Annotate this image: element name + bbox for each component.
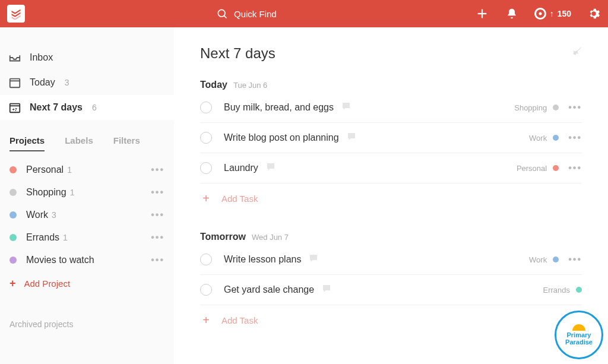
tab-filters[interactable]: Filters <box>113 135 140 151</box>
sidebar: Inbox Today 3 +7 Next 7 days 6 Projects … <box>0 27 174 364</box>
task-menu-icon[interactable]: ••• <box>568 254 582 265</box>
task-checkbox[interactable] <box>200 284 212 296</box>
nav-inbox-label: Inbox <box>30 52 53 63</box>
task-project-label: Shopping <box>514 103 547 112</box>
add-project-button[interactable]: + Add Project <box>0 271 174 296</box>
project-name: Personal <box>26 164 64 175</box>
project-menu-icon[interactable]: ••• <box>151 255 164 265</box>
karma-arrow: ↑ <box>550 9 554 18</box>
view-settings-icon[interactable] <box>571 47 582 60</box>
karma-points: 150 <box>558 9 571 18</box>
day-label: Tomorrow <box>200 232 246 242</box>
inbox-icon <box>8 51 21 64</box>
projects-list: Personal1•••Shopping1•••Work3•••Errands1… <box>0 159 174 271</box>
task-project-label: Errands <box>543 286 570 295</box>
karma-button[interactable]: ↑ 150 <box>534 8 571 20</box>
day-date: Wed Jun 7 <box>252 233 289 242</box>
tab-labels[interactable]: Labels <box>65 135 93 151</box>
comment-icon[interactable] <box>265 162 276 175</box>
task-row[interactable]: LaundryPersonal••• <box>200 153 582 183</box>
project-count: 1 <box>67 165 72 175</box>
project-menu-icon[interactable]: ••• <box>151 210 164 220</box>
project-count: 3 <box>52 210 56 220</box>
task-menu-icon[interactable]: ••• <box>568 102 582 113</box>
tab-projects[interactable]: Projects <box>10 135 45 151</box>
today-icon <box>8 76 21 89</box>
project-menu-icon[interactable]: ••• <box>151 164 164 175</box>
project-menu-icon[interactable]: ••• <box>151 187 164 198</box>
archived-projects-link[interactable]: Archived projects <box>0 296 174 329</box>
comment-icon[interactable] <box>346 131 357 144</box>
task-row[interactable]: Write blog post on planningWork••• <box>200 123 582 153</box>
karma-icon <box>534 8 546 20</box>
day-section: TodayTue Jun 6Buy milk, bread, and eggsS… <box>200 80 582 220</box>
nav-inbox[interactable]: Inbox <box>0 45 174 70</box>
task-row[interactable]: Buy milk, bread, and eggsShopping••• <box>200 93 582 123</box>
topbar: Quick Find ↑ 150 <box>0 0 608 27</box>
svg-text:+7: +7 <box>12 107 17 112</box>
svg-point-0 <box>218 10 225 17</box>
task-name: Buy milk, bread, and eggs <box>224 102 334 113</box>
project-menu-icon[interactable]: ••• <box>151 232 164 243</box>
nav-next7-label: Next 7 days <box>30 102 83 113</box>
task-checkbox[interactable] <box>200 132 212 144</box>
project-color-icon <box>10 257 17 264</box>
plus-icon: + <box>200 314 212 327</box>
task-checkbox[interactable] <box>200 254 212 265</box>
add-project-label: Add Project <box>24 278 71 289</box>
task-name: Laundry <box>224 163 258 173</box>
comment-icon[interactable] <box>341 101 352 114</box>
task-project-label: Work <box>529 134 547 143</box>
task-checkbox[interactable] <box>200 162 212 174</box>
project-item[interactable]: Work3••• <box>0 204 174 226</box>
top-actions: ↑ 150 <box>475 7 601 21</box>
add-task-button[interactable]: +Add Task <box>200 183 582 220</box>
day-date: Tue Jun 6 <box>233 81 267 90</box>
project-name: Errands <box>26 232 59 243</box>
project-color-icon <box>10 234 17 241</box>
comment-icon[interactable] <box>308 253 319 266</box>
comment-icon[interactable] <box>321 283 332 296</box>
project-item[interactable]: Movies to watch••• <box>0 249 174 271</box>
nav-today-count: 3 <box>65 78 69 87</box>
task-project-label: Personal <box>517 164 547 173</box>
project-item[interactable]: Personal1••• <box>0 159 174 181</box>
search-area[interactable]: Quick Find <box>216 8 475 20</box>
nav-next7[interactable]: +7 Next 7 days 6 <box>0 95 174 120</box>
project-color-icon <box>10 166 17 173</box>
search-placeholder: Quick Find <box>234 9 277 19</box>
settings-icon[interactable] <box>587 7 601 21</box>
task-row[interactable]: Write lesson plansWork••• <box>200 245 582 275</box>
project-name: Shopping <box>26 187 66 198</box>
add-task-button[interactable]: +Add Task <box>200 305 582 341</box>
app-logo[interactable] <box>7 5 25 23</box>
project-color-icon <box>10 189 17 196</box>
task-project-color-icon <box>576 287 582 293</box>
main-content: Next 7 days TodayTue Jun 6Buy milk, brea… <box>174 27 608 364</box>
task-checkbox[interactable] <box>200 102 212 113</box>
task-row[interactable]: Get yard sale changeErrands <box>200 275 582 305</box>
add-task-label: Add Task <box>221 315 258 325</box>
notifications-icon[interactable] <box>505 7 519 21</box>
task-project-color-icon <box>553 105 559 110</box>
page-title: Next 7 days <box>200 45 276 62</box>
task-project-color-icon <box>553 257 559 262</box>
project-color-icon <box>10 211 17 219</box>
day-label: Today <box>200 80 227 90</box>
svg-rect-4 <box>10 79 20 88</box>
task-project-label: Work <box>529 255 547 264</box>
project-name: Work <box>26 210 48 220</box>
nav-today[interactable]: Today 3 <box>0 70 174 95</box>
add-icon[interactable] <box>475 7 489 21</box>
nav-today-label: Today <box>30 77 55 88</box>
project-item[interactable]: Shopping1••• <box>0 181 174 204</box>
svg-line-1 <box>224 15 226 18</box>
task-menu-icon[interactable]: ••• <box>568 163 582 173</box>
nav-next7-count: 6 <box>92 103 97 112</box>
plus-icon: + <box>200 192 212 205</box>
task-name: Get yard sale change <box>224 284 314 295</box>
project-count: 1 <box>70 188 75 197</box>
next7-icon: +7 <box>8 101 21 114</box>
project-item[interactable]: Errands1••• <box>0 226 174 249</box>
task-menu-icon[interactable]: ••• <box>568 132 582 143</box>
